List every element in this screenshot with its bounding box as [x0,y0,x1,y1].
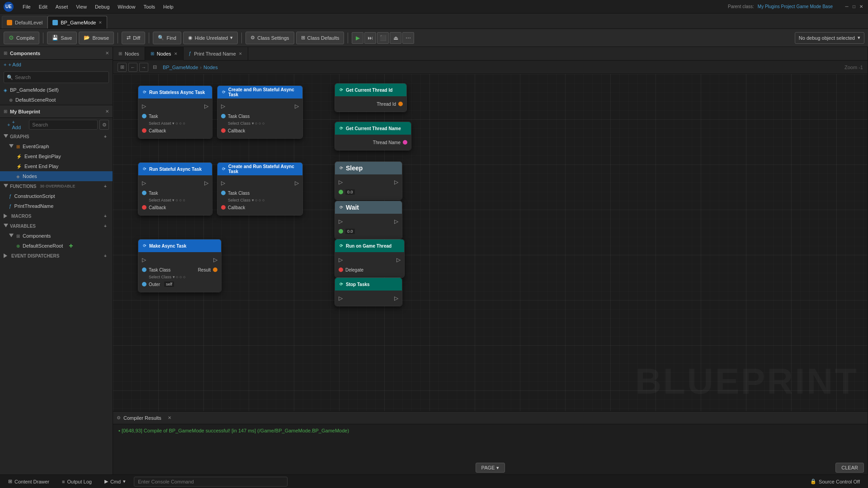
find-button[interactable]: 🔍 Find [153,32,181,44]
menu-debug[interactable]: Debug [91,3,113,10]
compiler-results-tab[interactable]: ⚙ Compiler Results [117,415,161,421]
tree-item-event-end-play[interactable]: ⚡ Event End Play [0,161,113,171]
default-scene-root-add-icon [67,242,75,249]
save-button[interactable]: 💾 Save [47,32,77,44]
macros-add-button[interactable]: + [102,212,109,220]
grid-view-button[interactable]: ⊟ [150,63,159,72]
event-dispatchers-label: EVENT DISPATCHERS [11,253,59,258]
viewport-mode-button[interactable]: ⊞ [118,63,127,72]
menu-help[interactable]: Help [160,3,177,10]
more-play-options[interactable]: ⋯ [402,32,414,44]
node-get-thread-id[interactable]: ⟳ Get Current Thread Id Thread Id [335,83,407,112]
node-create-run-stateful-1[interactable]: ⟳ Create and Run Stateful Async Task ▷ ▷… [217,85,303,139]
graphs-add-button[interactable]: + [102,133,109,140]
page-button[interactable]: PAGE ▾ [476,463,505,473]
tab-close-bp-gamemode[interactable]: ✕ [99,20,102,25]
node-run-stateless-async-task[interactable]: ⟳ Run Stateless Async Task ▷ ▷ Task Sel [138,85,212,139]
debug-object-select[interactable]: No debug object selected ▾ [795,32,864,44]
browse-button[interactable]: 📂 Browse [79,32,114,44]
node-create-run-stateful-2[interactable]: ⟳ Create and Run Stateful Async Task ▷ ▷… [217,162,303,216]
functions-add-button[interactable]: + [102,183,109,190]
blueprint-canvas[interactable]: BLUEPRINT ⟳ Run Stateless Async Task ▷ ▷ [113,74,868,411]
tree-item-print-thread-name[interactable]: ƒ PrintThreadName [0,201,113,211]
tree-item-bp-gamemode-self[interactable]: ◈ BP_GameMode (Self) [0,85,113,95]
event-dispatchers-add-button[interactable]: + [102,252,109,259]
close-button[interactable]: ✕ [858,4,864,10]
my-blueprint-settings-button[interactable]: ⚙ [99,120,109,130]
tree-item-construction-script[interactable]: ƒ ConstructionScript [0,191,113,201]
node-get-thread-name[interactable]: ⟳ Get Current Thread Name Thread Name [335,122,411,150]
node-tab-nodes-2-close[interactable]: ✕ [174,52,178,56]
console-command-input[interactable] [134,477,288,487]
pin-callback-left-cr1: Callback [221,128,245,133]
tree-item-default-scene-root-var[interactable]: ⊕ DefaultSceneRoot [0,241,113,251]
outer-value-make[interactable]: self [164,282,174,287]
tree-item-event-graph[interactable]: ⊞ EventGraph [0,141,113,151]
eject-button[interactable]: ⏏ [390,32,401,44]
title-bar: UE File Edit Asset View Debug Window Too… [0,0,868,14]
output-log-button[interactable]: ≡ Output Log [57,477,96,487]
components-close-button[interactable]: ✕ [105,51,109,56]
find-icon: 🔍 [158,35,164,41]
tree-item-components-var[interactable]: ⊞ Components [0,231,113,241]
viewport-controls: ⊞ ← → ⊟ [118,63,159,72]
node-run-game-thread-header: ⟳ Run on Game Thread [335,239,404,252]
tree-item-nodes[interactable]: ◈ Nodes [0,171,113,181]
my-blueprint-add-button[interactable]: + + Add [4,120,27,130]
variables-section-label[interactable]: VARIABLES + [0,221,113,231]
cmd-button[interactable]: ▶ Cmd ▾ [100,477,130,487]
class-settings-button[interactable]: ⚙ Class Settings [245,32,294,44]
compile-button[interactable]: ⚙ Compile [4,32,39,44]
node-stop-tasks[interactable]: ⟳ Stop Tasks ▷ ▷ [335,277,402,306]
back-button[interactable]: ← [128,63,137,72]
menu-edit[interactable]: Edit [35,3,51,10]
class-defaults-button[interactable]: ⊞ Class Defaults [296,32,344,44]
duration-value-wait[interactable]: 0.0 [345,229,355,234]
minimize-button[interactable]: ─ [844,4,850,10]
node-run-stateless-header: ⟳ Run Stateless Async Task [138,86,212,99]
my-blueprint-close-button[interactable]: ✕ [105,109,109,114]
editor-tab-bp-gamemode[interactable]: BP_GameMode ✕ [47,16,107,28]
hide-unrelated-button[interactable]: ◉ Hide Unrelated ▾ [183,32,238,44]
content-drawer-button[interactable]: ⊞ Content Drawer [4,477,54,487]
source-control-button[interactable]: 🔒 Source Control Off [806,477,864,487]
menu-window[interactable]: Window [114,3,139,10]
compiler-results-close[interactable]: ✕ [168,415,171,420]
duration-value-sleep[interactable]: 0.0 [345,189,355,195]
node-sleep[interactable]: ⟳ Sleep ▷ ▷ 0.0 [335,161,402,200]
pin-callback-left-1: Callback [142,128,166,133]
node-run-stateful-async-task[interactable]: ⟳ Run Stateful Async Task ▷ ▷ Task Sele [138,162,212,216]
menu-view[interactable]: View [72,3,90,10]
node-tab-nodes-2[interactable]: ⊞ Nodes ✕ [145,47,184,61]
breadcrumb-root[interactable]: BP_GameMode [163,65,198,70]
node-tab-print-thread-close[interactable]: ✕ [239,52,242,56]
forward-button[interactable]: → [139,63,148,72]
menu-file[interactable]: File [19,3,34,10]
node-wait[interactable]: ⟳ Wait ▷ ▷ 0.0 [335,201,402,239]
stop-button[interactable]: ⬛ [377,32,389,44]
my-blueprint-search-input[interactable] [29,120,98,130]
tree-item-default-scene-root[interactable]: ⊕ DefaultSceneRoot [0,95,113,105]
components-add-button[interactable]: + + Add [0,60,113,70]
task-pin-rs [142,191,146,195]
node-tab-print-thread[interactable]: ƒ Print Thread Name ✕ [184,47,248,61]
graphs-section-label[interactable]: GRAPHS + [0,131,113,141]
functions-section-label[interactable]: FUNCTIONS 30 OVERRIDABLE + [0,181,113,191]
node-make-async-task[interactable]: ⟳ Make Async Task ▷ ▷ Task Class [138,239,222,292]
menu-tools[interactable]: Tools [140,3,159,10]
step-button[interactable]: ⏭ [364,32,376,44]
tree-item-event-begin-play[interactable]: ⚡ Event BeginPlay [0,151,113,161]
menu-asset[interactable]: Asset [52,3,72,10]
diff-button[interactable]: ⇄ Diff [122,32,145,44]
clear-button[interactable]: CLEAR [835,463,864,473]
node-tab-nodes-1[interactable]: ⊞ Nodes [113,47,145,61]
macros-section-label[interactable]: MACROS + [0,211,113,221]
components-search-input[interactable] [15,75,106,80]
parent-class-link[interactable]: My Plugins Project Game Mode Base [758,4,833,9]
editor-tab-defaultlevel[interactable]: DefaultLevel [2,16,47,28]
variables-add-button[interactable]: + [102,222,109,230]
play-button[interactable]: ▶ [352,32,363,44]
maximize-button[interactable]: □ [851,4,857,10]
event-dispatchers-section-label[interactable]: EVENT DISPATCHERS + [0,251,113,261]
node-run-on-game-thread[interactable]: ⟳ Run on Game Thread ▷ ▷ Delegate [335,239,405,278]
